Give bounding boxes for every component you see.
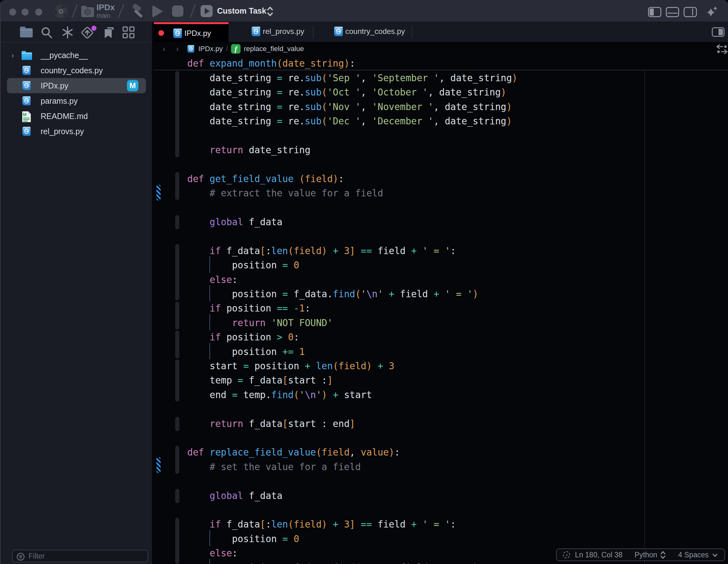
filter-input[interactable] [28, 551, 145, 561]
tab-country-codes[interactable]: country_codes.py [314, 22, 413, 42]
tab-ipdx[interactable]: IPDx.py [154, 22, 228, 42]
file-name: IPDx.py [41, 81, 69, 90]
file-tree-item-country-codes-py[interactable]: country_codes.py [7, 63, 146, 78]
code-line: position += 1 [154, 345, 728, 359]
build-hammer-icon[interactable] [130, 4, 147, 19]
python-icon [21, 80, 32, 91]
file-tree-item-readme-md[interactable]: M README.md [7, 109, 146, 124]
cursor-target-icon [563, 551, 570, 558]
code-line: position = f_data.find('\n' + field + ' … [154, 561, 728, 564]
language-selector[interactable]: Python [634, 551, 657, 559]
code-line: date_string = re.sub('Sep ', 'September … [154, 71, 728, 85]
code-line [154, 474, 728, 488]
project-folder-icon[interactable] [81, 4, 95, 18]
code-line: global f_data [154, 489, 728, 503]
code-line: if position == -1: [154, 301, 728, 315]
files-icon[interactable] [19, 25, 34, 39]
sidebar-toolbar [1, 22, 152, 43]
sticky-code-line: def expand_month(date_string): [154, 56, 728, 71]
file-name: country_codes.py [41, 66, 103, 75]
split-editor-icon[interactable] [712, 27, 725, 37]
code-line: def replace_field_value(field, value): [154, 445, 728, 460]
tab-bar: IPDx.py rel_provs.py country_codes.py [154, 22, 728, 42]
file-name: rel_provs.py [41, 127, 84, 136]
navigate-back-icon[interactable]: ‹ [161, 44, 167, 54]
python-file-icon [333, 26, 344, 37]
modified-dot-icon [158, 30, 164, 36]
breadcrumb-file[interactable]: IPDx.py [198, 45, 223, 53]
toggle-right-sidebar-icon[interactable] [684, 7, 697, 17]
symbols-asterisk-icon[interactable] [61, 26, 74, 39]
code-line: end = temp.find('\n') + start [154, 388, 728, 402]
language-chevrons-icon[interactable] [660, 550, 666, 560]
indent-guide [209, 559, 210, 564]
bookmarks-icon[interactable] [102, 25, 116, 39]
modified-badge: M [127, 80, 138, 91]
indent-guide [209, 530, 210, 546]
code-line: if f_data[:len(field) + 3] == field + ' … [154, 244, 728, 258]
task-play-icon[interactable] [201, 5, 213, 17]
minimize-window-button[interactable] [22, 9, 29, 16]
svg-text:M: M [23, 112, 27, 117]
indent-guide [209, 285, 210, 301]
code-line: position = f_data.find('\n' + field + ' … [154, 287, 728, 301]
breadcrumb: ‹ › IPDx.py / f replace_field_value [154, 42, 728, 56]
assistant-sparkle-icon[interactable] [705, 5, 719, 19]
editor-pane: IPDx.py rel_provs.py country_codes.py [154, 22, 728, 564]
code-line: # extract the value for a field [154, 186, 728, 201]
code-line: return f_data[start : end] [154, 417, 728, 431]
stop-icon[interactable] [172, 5, 183, 17]
code-line [154, 431, 728, 445]
folder-icon [21, 50, 33, 61]
code-line [154, 229, 728, 244]
code-line: global f_data [154, 215, 728, 229]
cursor-position[interactable]: Ln 180, Col 38 [575, 551, 623, 559]
run-play-icon[interactable] [152, 5, 163, 18]
search-icon[interactable] [40, 26, 53, 39]
tab-label: country_codes.py [345, 27, 405, 36]
file-tree-item--pycache-[interactable]: › __pycache__ [7, 48, 146, 63]
tab-divider [412, 26, 413, 38]
project-name[interactable]: IPDx [96, 3, 115, 12]
python-icon [21, 126, 32, 137]
titlebar-separator [189, 4, 196, 18]
code-line [154, 503, 728, 517]
toggle-left-sidebar-icon[interactable] [648, 7, 661, 17]
indent-chevron-icon[interactable] [712, 550, 718, 560]
code-line: date_string = re.sub('Oct ', 'October ',… [154, 85, 728, 100]
file-tree-item-ipdx-py[interactable]: IPDx.pyM [7, 78, 146, 93]
task-chevrons-icon[interactable] [267, 6, 274, 17]
python-file-icon [250, 26, 261, 37]
file-tree-item-rel-provs-py[interactable]: rel_provs.py [7, 124, 146, 139]
zoom-window-button[interactable] [35, 9, 42, 16]
sticky-context-line: def expand_month(date_string): [154, 56, 728, 70]
code-line [154, 129, 728, 143]
navigate-forward-icon[interactable]: › [174, 44, 181, 54]
file-name: __pycache__ [41, 51, 88, 60]
file-tree-item-params-py[interactable]: params.py [7, 93, 146, 109]
indent-guide [209, 256, 210, 273]
code-line: position = 0 [154, 258, 728, 273]
extensions-grid-icon[interactable] [122, 26, 135, 39]
filter-icon [17, 553, 25, 561]
indent-guide [209, 343, 210, 359]
status-bar: Ln 180, Col 38 Python 4 Spaces [556, 548, 725, 561]
python-icon [21, 96, 32, 106]
code-line: return date_string [154, 143, 728, 157]
indent-selector[interactable]: 4 Spaces [678, 551, 709, 559]
file-name: params.py [41, 96, 78, 106]
code-line: start = position + len(field) + 3 [154, 359, 728, 373]
code-line: temp = f_data[start :] [154, 373, 728, 388]
related-items-icon[interactable] [716, 44, 728, 55]
code-editor[interactable]: date_string = re.sub('Sep ', 'September … [154, 56, 728, 564]
toggle-bottom-panel-icon[interactable] [666, 7, 679, 17]
code-line: if f_data[:len(field) + 3] == field + ' … [154, 517, 728, 532]
code-line [154, 402, 728, 416]
chevron-right-icon[interactable]: › [11, 51, 14, 60]
breadcrumb-symbol[interactable]: replace_field_value [244, 45, 304, 53]
task-selector[interactable]: Custom Task [217, 6, 266, 16]
tab-label: IPDx.py [184, 29, 211, 38]
close-window-button[interactable] [9, 9, 16, 16]
tab-rel-provs[interactable]: rel_provs.py [228, 22, 314, 42]
publish-icon[interactable] [81, 25, 97, 40]
